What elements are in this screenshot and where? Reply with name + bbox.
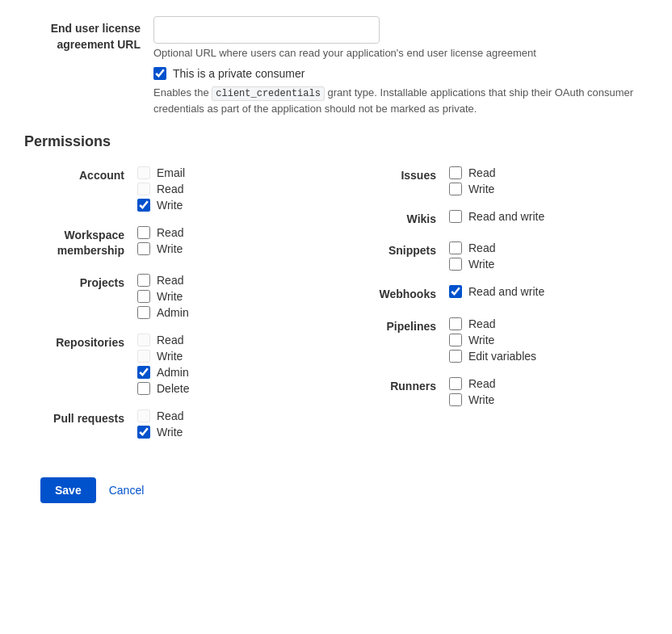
perm-checkbox[interactable] xyxy=(449,334,462,346)
perm-checkbox-label[interactable]: Read xyxy=(468,317,495,330)
perm-group-label: Account xyxy=(24,166,137,184)
perm-checkbox[interactable] xyxy=(137,274,150,287)
perm-checkbox-label[interactable]: Edit variables xyxy=(468,350,536,363)
perm-checkboxes: ReadWrite xyxy=(137,409,183,439)
perm-group: PipelinesReadWriteEdit variables xyxy=(336,317,648,363)
perm-checkbox[interactable] xyxy=(137,166,150,179)
perm-group-label: Snippets xyxy=(336,241,449,259)
perm-checkbox-row: Write xyxy=(449,393,495,406)
perm-checkbox[interactable] xyxy=(137,183,150,195)
perm-checkbox-label[interactable]: Read xyxy=(157,334,183,346)
perm-checkboxes: Read and write xyxy=(449,285,544,298)
client-credentials-code: client_credentials xyxy=(212,86,325,101)
perm-group-label: Pipelines xyxy=(336,317,449,335)
perm-checkbox[interactable] xyxy=(137,199,150,212)
perm-group: Workspace membershipReadWrite xyxy=(24,226,336,259)
perm-group: WebhooksRead and write xyxy=(336,285,648,303)
perm-checkbox-label[interactable]: Write xyxy=(468,258,494,271)
perm-checkboxes: ReadWriteEdit variables xyxy=(449,317,536,363)
perm-checkbox[interactable] xyxy=(449,183,462,195)
perm-checkbox-row: Delete xyxy=(137,382,189,395)
perm-checkbox-label[interactable]: Write xyxy=(468,393,494,406)
perm-checkbox-label[interactable]: Delete xyxy=(157,382,189,395)
private-consumer-desc-prefix: Enables the xyxy=(153,86,212,99)
perm-checkbox[interactable] xyxy=(137,306,150,319)
perm-checkbox-label[interactable]: Write xyxy=(468,183,494,195)
perm-checkbox[interactable] xyxy=(137,290,150,303)
perm-checkbox[interactable] xyxy=(137,426,150,439)
perm-checkbox-label[interactable]: Write xyxy=(157,242,183,255)
perm-checkbox-label[interactable]: Read xyxy=(157,226,183,239)
perm-checkbox[interactable] xyxy=(137,366,150,379)
perm-checkbox-row: Edit variables xyxy=(449,350,536,363)
perm-checkbox-row: Read and write xyxy=(449,210,544,223)
perm-checkbox[interactable] xyxy=(449,377,462,390)
perm-checkbox[interactable] xyxy=(449,350,462,363)
eula-help-text: Optional URL where users can read your a… xyxy=(153,47,648,59)
save-button[interactable]: Save xyxy=(40,477,96,503)
eula-url-input[interactable] xyxy=(153,16,380,44)
perm-group: IssuesReadWrite xyxy=(336,166,648,195)
perm-checkbox[interactable] xyxy=(449,285,462,298)
perm-checkbox-row: Admin xyxy=(137,306,189,319)
perm-checkbox-row: Read xyxy=(449,377,495,390)
perm-checkbox-label[interactable]: Read xyxy=(468,377,495,390)
perm-checkbox-label[interactable]: Read xyxy=(468,166,495,179)
perm-checkbox-row: Write xyxy=(449,183,495,195)
perm-checkbox[interactable] xyxy=(137,334,150,346)
perm-checkbox-label[interactable]: Admin xyxy=(157,306,189,319)
perm-group-label: Repositories xyxy=(24,334,137,351)
perm-group: SnippetsReadWrite xyxy=(336,241,648,271)
perm-checkbox[interactable] xyxy=(137,382,150,395)
perm-checkbox-label[interactable]: Write xyxy=(157,426,183,439)
perm-checkbox-label[interactable]: Write xyxy=(468,334,494,346)
perm-checkbox-label[interactable]: Read xyxy=(157,183,183,195)
perm-checkbox-row: Read xyxy=(137,274,189,287)
perm-checkbox[interactable] xyxy=(137,242,150,255)
perm-group: RepositoriesReadWriteAdminDelete xyxy=(24,334,336,395)
form-buttons: Save Cancel xyxy=(24,477,648,503)
perm-checkboxes: EmailReadWrite xyxy=(137,166,185,212)
perm-checkbox-row: Read xyxy=(449,241,495,254)
perm-checkbox[interactable] xyxy=(137,350,150,363)
perm-checkbox[interactable] xyxy=(449,317,462,330)
perm-checkbox-row: Read xyxy=(137,183,185,195)
perm-checkbox-row: Email xyxy=(137,166,185,179)
perm-checkbox-row: Admin xyxy=(137,366,189,379)
perm-checkbox[interactable] xyxy=(449,241,462,254)
private-consumer-row: This is a private consumer xyxy=(153,67,648,80)
perm-group: Pull requestsReadWrite xyxy=(24,409,336,439)
perm-checkbox-label[interactable]: Email xyxy=(157,166,185,179)
perm-group: RunnersReadWrite xyxy=(336,377,648,406)
perm-checkboxes: ReadWriteAdminDelete xyxy=(137,334,189,395)
perm-checkbox-label[interactable]: Read xyxy=(468,241,495,254)
perm-checkbox[interactable] xyxy=(449,166,462,179)
permissions-title: Permissions xyxy=(24,133,648,150)
perm-checkboxes: ReadWrite xyxy=(137,226,183,255)
perm-checkbox[interactable] xyxy=(449,258,462,271)
perm-group-label: Workspace membership xyxy=(24,226,137,259)
perm-checkbox[interactable] xyxy=(449,210,462,223)
perm-checkbox-label[interactable]: Admin xyxy=(157,366,189,379)
perm-checkbox-label[interactable]: Read xyxy=(157,274,183,287)
perm-checkbox[interactable] xyxy=(449,393,462,406)
perm-group-label: Pull requests xyxy=(24,409,137,427)
private-consumer-checkbox[interactable] xyxy=(153,67,166,80)
cancel-button[interactable]: Cancel xyxy=(109,484,145,497)
perm-checkbox-label[interactable]: Read and write xyxy=(468,285,544,298)
perm-checkbox[interactable] xyxy=(137,409,150,422)
perm-checkbox-label[interactable]: Read xyxy=(157,409,183,422)
private-consumer-label[interactable]: This is a private consumer xyxy=(173,67,304,80)
eula-section: End user license agreement URL Optional … xyxy=(24,16,648,117)
perm-checkbox-row: Read xyxy=(449,166,495,179)
perm-checkbox-label[interactable]: Write xyxy=(157,350,183,363)
permissions-section: Permissions AccountEmailReadWriteWorkspa… xyxy=(24,133,648,453)
perm-checkbox-row: Read xyxy=(137,226,183,239)
perm-checkbox-label[interactable]: Write xyxy=(157,199,183,212)
perm-checkbox[interactable] xyxy=(137,226,150,239)
perm-checkbox-label[interactable]: Write xyxy=(157,290,183,303)
perm-group-label: Projects xyxy=(24,274,137,292)
permissions-grid: AccountEmailReadWriteWorkspace membershi… xyxy=(24,166,648,453)
perm-checkboxes: ReadWrite xyxy=(449,166,495,195)
perm-checkbox-label[interactable]: Read and write xyxy=(468,210,544,223)
